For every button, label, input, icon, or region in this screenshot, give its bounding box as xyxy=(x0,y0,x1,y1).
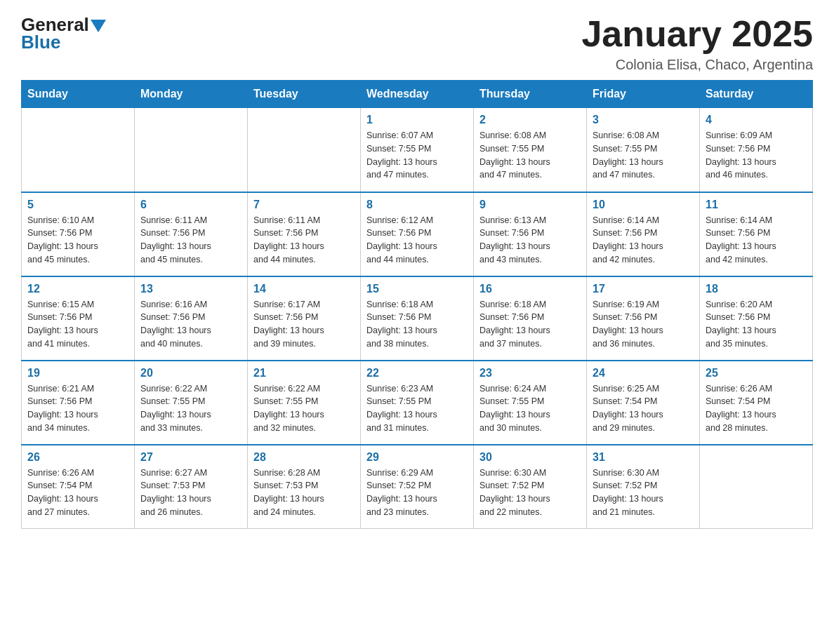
calendar-week-row: 5Sunrise: 6:10 AMSunset: 7:56 PMDaylight… xyxy=(22,192,813,276)
calendar-cell: 26Sunrise: 6:26 AMSunset: 7:54 PMDayligh… xyxy=(22,445,135,529)
day-info: Sunrise: 6:26 AMSunset: 7:54 PMDaylight:… xyxy=(27,467,128,519)
calendar-cell: 4Sunrise: 6:09 AMSunset: 7:56 PMDaylight… xyxy=(700,108,813,192)
calendar-cell: 28Sunrise: 6:28 AMSunset: 7:53 PMDayligh… xyxy=(248,445,361,529)
day-number: 10 xyxy=(593,199,694,211)
day-number: 23 xyxy=(479,367,581,380)
calendar-cell: 3Sunrise: 6:08 AMSunset: 7:55 PMDaylight… xyxy=(587,108,700,192)
day-number: 11 xyxy=(706,199,807,211)
calendar-cell: 15Sunrise: 6:18 AMSunset: 7:56 PMDayligh… xyxy=(361,276,474,361)
day-info: Sunrise: 6:11 AMSunset: 7:56 PMDaylight:… xyxy=(140,214,241,267)
day-info: Sunrise: 6:25 AMSunset: 7:54 PMDaylight:… xyxy=(593,382,694,435)
day-number: 31 xyxy=(593,451,694,464)
day-info: Sunrise: 6:30 AMSunset: 7:52 PMDaylight:… xyxy=(593,467,694,519)
day-info: Sunrise: 6:22 AMSunset: 7:55 PMDaylight:… xyxy=(140,382,241,435)
calendar-cell: 25Sunrise: 6:26 AMSunset: 7:54 PMDayligh… xyxy=(700,361,813,445)
calendar-cell: 30Sunrise: 6:30 AMSunset: 7:52 PMDayligh… xyxy=(474,445,587,529)
day-number: 1 xyxy=(366,114,468,126)
calendar-cell: 22Sunrise: 6:23 AMSunset: 7:55 PMDayligh… xyxy=(361,361,474,445)
day-number: 27 xyxy=(140,451,241,464)
day-number: 6 xyxy=(140,199,241,211)
calendar-cell: 27Sunrise: 6:27 AMSunset: 7:53 PMDayligh… xyxy=(135,445,248,529)
calendar-cell xyxy=(248,108,361,192)
calendar-week-row: 12Sunrise: 6:15 AMSunset: 7:56 PMDayligh… xyxy=(22,276,813,361)
day-number: 15 xyxy=(366,283,468,295)
day-number: 29 xyxy=(366,451,468,464)
logo-blue: Blue xyxy=(21,32,60,53)
day-number: 9 xyxy=(479,199,581,211)
calendar-cell: 19Sunrise: 6:21 AMSunset: 7:56 PMDayligh… xyxy=(22,361,135,445)
title-section: January 2025 Colonia Elisa, Chaco, Argen… xyxy=(581,14,813,73)
day-info: Sunrise: 6:13 AMSunset: 7:56 PMDaylight:… xyxy=(479,214,581,267)
day-info: Sunrise: 6:28 AMSunset: 7:53 PMDaylight:… xyxy=(253,467,355,519)
day-number: 5 xyxy=(27,199,128,211)
day-number: 18 xyxy=(706,283,807,295)
weekday-header-tuesday: Tuesday xyxy=(248,81,361,108)
day-number: 13 xyxy=(140,283,241,295)
page-header: General Blue January 2025 Colonia Elisa,… xyxy=(21,14,813,73)
day-info: Sunrise: 6:18 AMSunset: 7:56 PMDaylight:… xyxy=(366,298,468,351)
day-number: 25 xyxy=(706,367,807,380)
day-number: 14 xyxy=(253,283,355,295)
logo: General Blue xyxy=(21,14,106,53)
day-number: 7 xyxy=(253,199,355,211)
day-info: Sunrise: 6:24 AMSunset: 7:55 PMDaylight:… xyxy=(479,382,581,435)
day-info: Sunrise: 6:08 AMSunset: 7:55 PMDaylight:… xyxy=(479,129,581,182)
day-number: 28 xyxy=(253,451,355,464)
calendar-subtitle: Colonia Elisa, Chaco, Argentina xyxy=(581,57,813,73)
calendar-table: SundayMondayTuesdayWednesdayThursdayFrid… xyxy=(21,80,813,529)
weekday-header-sunday: Sunday xyxy=(22,81,135,108)
calendar-cell: 7Sunrise: 6:11 AMSunset: 7:56 PMDaylight… xyxy=(248,192,361,276)
weekday-header-wednesday: Wednesday xyxy=(361,81,474,108)
calendar-cell xyxy=(135,108,248,192)
calendar-cell: 20Sunrise: 6:22 AMSunset: 7:55 PMDayligh… xyxy=(135,361,248,445)
calendar-cell: 18Sunrise: 6:20 AMSunset: 7:56 PMDayligh… xyxy=(700,276,813,361)
calendar-cell: 23Sunrise: 6:24 AMSunset: 7:55 PMDayligh… xyxy=(474,361,587,445)
day-info: Sunrise: 6:16 AMSunset: 7:56 PMDaylight:… xyxy=(140,298,241,351)
calendar-cell: 8Sunrise: 6:12 AMSunset: 7:56 PMDaylight… xyxy=(361,192,474,276)
day-number: 4 xyxy=(706,114,807,126)
calendar-week-row: 26Sunrise: 6:26 AMSunset: 7:54 PMDayligh… xyxy=(22,445,813,529)
calendar-cell: 16Sunrise: 6:18 AMSunset: 7:56 PMDayligh… xyxy=(474,276,587,361)
day-info: Sunrise: 6:20 AMSunset: 7:56 PMDaylight:… xyxy=(706,298,807,351)
day-number: 17 xyxy=(593,283,694,295)
day-info: Sunrise: 6:29 AMSunset: 7:52 PMDaylight:… xyxy=(366,467,468,519)
day-number: 3 xyxy=(593,114,694,126)
calendar-cell: 31Sunrise: 6:30 AMSunset: 7:52 PMDayligh… xyxy=(587,445,700,529)
day-info: Sunrise: 6:15 AMSunset: 7:56 PMDaylight:… xyxy=(27,298,128,351)
day-number: 30 xyxy=(479,451,581,464)
day-info: Sunrise: 6:11 AMSunset: 7:56 PMDaylight:… xyxy=(253,214,355,267)
day-info: Sunrise: 6:23 AMSunset: 7:55 PMDaylight:… xyxy=(366,382,468,435)
day-number: 19 xyxy=(27,367,128,380)
day-info: Sunrise: 6:14 AMSunset: 7:56 PMDaylight:… xyxy=(706,214,807,267)
day-number: 12 xyxy=(27,283,128,295)
day-number: 16 xyxy=(479,283,581,295)
day-number: 20 xyxy=(140,367,241,380)
calendar-cell: 13Sunrise: 6:16 AMSunset: 7:56 PMDayligh… xyxy=(135,276,248,361)
day-number: 24 xyxy=(593,367,694,380)
day-info: Sunrise: 6:09 AMSunset: 7:56 PMDaylight:… xyxy=(706,129,807,182)
day-info: Sunrise: 6:21 AMSunset: 7:56 PMDaylight:… xyxy=(27,382,128,435)
day-info: Sunrise: 6:12 AMSunset: 7:56 PMDaylight:… xyxy=(366,214,468,267)
calendar-cell: 10Sunrise: 6:14 AMSunset: 7:56 PMDayligh… xyxy=(587,192,700,276)
calendar-cell: 21Sunrise: 6:22 AMSunset: 7:55 PMDayligh… xyxy=(248,361,361,445)
calendar-cell: 12Sunrise: 6:15 AMSunset: 7:56 PMDayligh… xyxy=(22,276,135,361)
day-info: Sunrise: 6:18 AMSunset: 7:56 PMDaylight:… xyxy=(479,298,581,351)
day-number: 2 xyxy=(479,114,581,126)
day-info: Sunrise: 6:26 AMSunset: 7:54 PMDaylight:… xyxy=(706,382,807,435)
calendar-header-row: SundayMondayTuesdayWednesdayThursdayFrid… xyxy=(22,81,813,108)
day-number: 21 xyxy=(253,367,355,380)
day-number: 26 xyxy=(27,451,128,464)
calendar-cell: 17Sunrise: 6:19 AMSunset: 7:56 PMDayligh… xyxy=(587,276,700,361)
weekday-header-monday: Monday xyxy=(135,81,248,108)
day-number: 8 xyxy=(366,199,468,211)
logo-triangle-icon xyxy=(91,20,106,32)
calendar-cell: 24Sunrise: 6:25 AMSunset: 7:54 PMDayligh… xyxy=(587,361,700,445)
calendar-cell xyxy=(700,445,813,529)
svg-marker-0 xyxy=(91,20,106,32)
calendar-week-row: 1Sunrise: 6:07 AMSunset: 7:55 PMDaylight… xyxy=(22,108,813,192)
day-info: Sunrise: 6:10 AMSunset: 7:56 PMDaylight:… xyxy=(27,214,128,267)
calendar-cell: 11Sunrise: 6:14 AMSunset: 7:56 PMDayligh… xyxy=(700,192,813,276)
weekday-header-thursday: Thursday xyxy=(474,81,587,108)
day-info: Sunrise: 6:27 AMSunset: 7:53 PMDaylight:… xyxy=(140,467,241,519)
calendar-cell: 2Sunrise: 6:08 AMSunset: 7:55 PMDaylight… xyxy=(474,108,587,192)
